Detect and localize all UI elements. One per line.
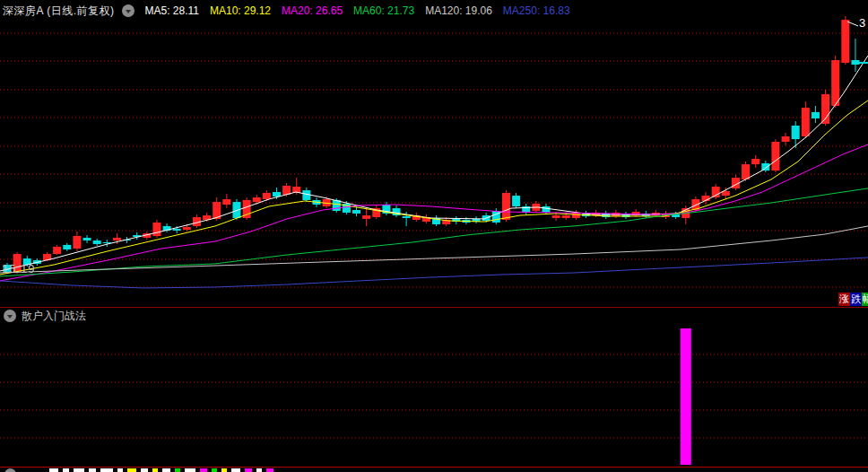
- badge-fall-button[interactable]: 跌: [850, 293, 862, 306]
- ma60-value: MA60: 21.73: [353, 4, 414, 17]
- badge-rise-button[interactable]: 涨: [838, 293, 850, 306]
- indicator-text-fragment: [175, 468, 180, 472]
- symbol-title: 深深房A (日线.前复权): [3, 4, 115, 19]
- indicator-text-fragment: [200, 468, 207, 472]
- ma250-value: MA250: 16.83: [503, 4, 570, 17]
- ma10-value: MA10: 29.12: [210, 4, 271, 17]
- change-mode-badges: 涨 跌 幅: [838, 293, 868, 306]
- sub-panel-header: 散户入门战法: [0, 307, 868, 324]
- indicator-text-fragment: [63, 468, 69, 472]
- indicator-text-fragment: [89, 468, 96, 472]
- ma20-value: MA20: 26.65: [282, 4, 343, 17]
- indicator-text-fragment: [185, 468, 195, 472]
- trading-app-window: 深深房A (日线.前复权) MA5: 28.11 MA10: 29.12 MA2…: [0, 0, 868, 472]
- indicator-text-fragment: [117, 468, 123, 472]
- main-chart-header: 深深房A (日线.前复权) MA5: 28.11 MA10: 29.12 MA2…: [0, 0, 868, 22]
- indicator-text-fragment: [162, 468, 170, 472]
- indicator-text-fragment: [221, 468, 227, 472]
- indicator-text-fragment: [49, 468, 58, 472]
- badge-range-button[interactable]: 幅: [862, 293, 868, 306]
- sub-panel-title: 散户入门战法: [22, 309, 86, 324]
- collapse-bottom-panel-icon[interactable]: [4, 468, 16, 472]
- indicator-text-fragment: [231, 468, 240, 472]
- indicator-text-fragment: [127, 468, 136, 472]
- indicator-text-fragment: [212, 468, 217, 472]
- ma120-value: MA120: 19.06: [425, 4, 492, 17]
- collapse-main-panel-icon[interactable]: [122, 4, 135, 17]
- clipped-indicator-row: [0, 467, 868, 472]
- sub-chart-area[interactable]: [0, 325, 868, 466]
- ma5-value: MA5: 28.11: [145, 4, 199, 17]
- collapse-sub-panel-icon[interactable]: [4, 310, 16, 322]
- chevron-down-icon: [126, 10, 131, 13]
- indicator-text-fragment: [74, 468, 84, 472]
- indicator-text-fragment: [141, 468, 148, 472]
- indicator-text-fragment: [256, 468, 262, 472]
- indicator-text-fragment: [152, 468, 158, 472]
- indicator-text-fragment: [266, 468, 273, 472]
- indicator-text-fragment: [245, 468, 252, 472]
- left-price-label: 15.19: [2, 262, 36, 275]
- indicator-text-fragment: [100, 468, 113, 472]
- main-chart-area[interactable]: [0, 22, 868, 307]
- chevron-down-icon: [7, 315, 13, 319]
